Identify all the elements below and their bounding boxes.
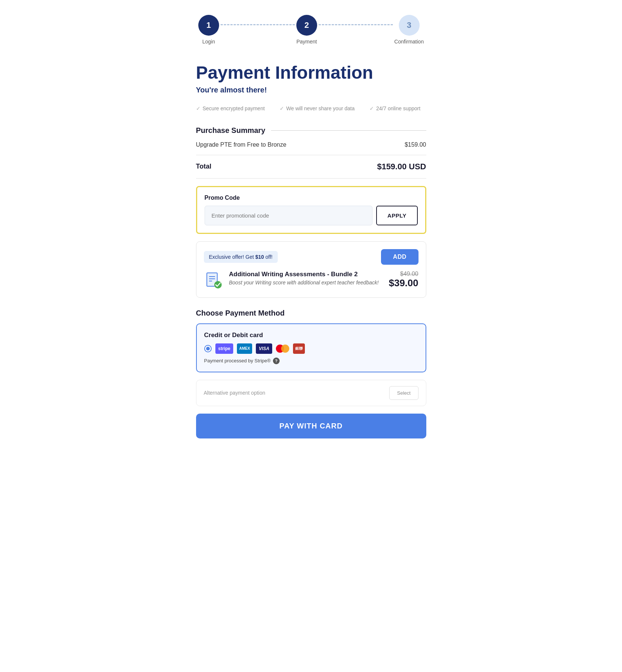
promo-label: Promo Code <box>205 195 418 201</box>
step-line-2 <box>319 24 393 25</box>
partial-option-text: Alternative payment option <box>204 390 266 396</box>
item-name: Upgrade PTE from Free to Bronze <box>196 141 287 148</box>
step-circle-2: 2 <box>296 15 317 36</box>
total-amount: $159.00 USD <box>377 162 426 172</box>
card-radio-button[interactable] <box>204 345 212 352</box>
promo-code-input[interactable] <box>205 206 373 225</box>
check-icon-0: ✓ <box>196 105 201 111</box>
purchase-summary-title: Purchase Summary <box>196 126 426 135</box>
trust-badge-1: ✓ We will never share your data <box>280 105 355 111</box>
trust-badge-0: ✓ Secure encrypted payment <box>196 105 265 111</box>
upsell-pricing: $49.00 $39.00 <box>389 271 419 289</box>
purchase-summary: Purchase Summary Upgrade PTE from Free t… <box>196 126 426 179</box>
promo-input-row: APPLY <box>205 206 418 225</box>
step-payment: 2 Payment <box>296 15 317 45</box>
upsell-title: Additional Writing Assessments - Bundle … <box>229 271 383 278</box>
stepper: 1 Login 2 Payment 3 Confirmation <box>196 15 426 45</box>
page-subtitle: You're almost there! <box>196 86 426 94</box>
exclusive-offer-badge: Exclusive offer! Get $10 off! <box>204 251 278 263</box>
promo-code-box: Promo Code APPLY <box>196 186 426 234</box>
payment-section: Choose Payment Method Credit or Debit ca… <box>196 309 426 406</box>
step-circle-3: 3 <box>399 15 420 36</box>
apply-promo-button[interactable]: APPLY <box>376 206 417 225</box>
partial-option-button[interactable]: Select <box>389 386 418 400</box>
upsell-top: Exclusive offer! Get $10 off! ADD <box>204 249 419 265</box>
trust-badge-2: ✓ 24/7 online support <box>369 105 420 111</box>
upsell-content: Additional Writing Assessments - Bundle … <box>204 271 419 290</box>
credit-debit-card-label: Credit or Debit card <box>204 332 418 339</box>
payment-method-title: Choose Payment Method <box>196 309 426 317</box>
credit-debit-card-option[interactable]: Credit or Debit card stripe AMEX VISA 銀聯… <box>196 323 426 372</box>
step-login: 1 Login <box>198 15 219 45</box>
stripe-logo: stripe <box>215 343 234 354</box>
step-label-payment: Payment <box>296 39 317 45</box>
amex-logo: AMEX <box>237 343 252 354</box>
check-icon-2: ✓ <box>369 105 374 111</box>
total-label: Total <box>196 163 212 170</box>
info-icon[interactable]: ? <box>273 358 280 364</box>
partial-payment-option: Alternative payment option Select <box>196 380 426 406</box>
upsell-discounted-price: $39.00 <box>389 277 419 289</box>
total-row: Total $159.00 USD <box>196 155 426 179</box>
upsell-original-price: $49.00 <box>389 271 419 277</box>
upsell-info: Additional Writing Assessments - Bundle … <box>229 271 383 286</box>
stripe-info: Payment processed by Stripe® ? <box>204 358 418 364</box>
page-title: Payment Information <box>196 63 426 83</box>
visa-logo: VISA <box>256 343 272 354</box>
unionpay-logo: 銀聯 <box>293 343 305 354</box>
step-label-login: Login <box>202 39 215 45</box>
step-circle-1: 1 <box>198 15 219 36</box>
pay-with-card-button[interactable]: PAY WITH CARD <box>196 414 426 438</box>
radio-dot <box>206 347 210 350</box>
mastercard-logo <box>276 344 289 353</box>
step-label-confirmation: Confirmation <box>394 39 424 45</box>
step-confirmation: 3 Confirmation <box>394 15 424 45</box>
check-icon-1: ✓ <box>280 105 284 111</box>
upsell-card: Exclusive offer! Get $10 off! ADD Additi… <box>196 241 426 298</box>
item-price: $159.00 <box>405 141 426 148</box>
step-line-1 <box>221 24 295 25</box>
upsell-description: Boost your Writing score with additional… <box>229 280 383 286</box>
writing-assessment-icon <box>204 271 223 290</box>
summary-row: Upgrade PTE from Free to Bronze $159.00 <box>196 135 426 155</box>
add-upsell-button[interactable]: ADD <box>381 249 418 265</box>
trust-badges: ✓ Secure encrypted payment ✓ We will nev… <box>196 105 426 111</box>
payment-logos: stripe AMEX VISA 銀聯 <box>204 343 418 354</box>
